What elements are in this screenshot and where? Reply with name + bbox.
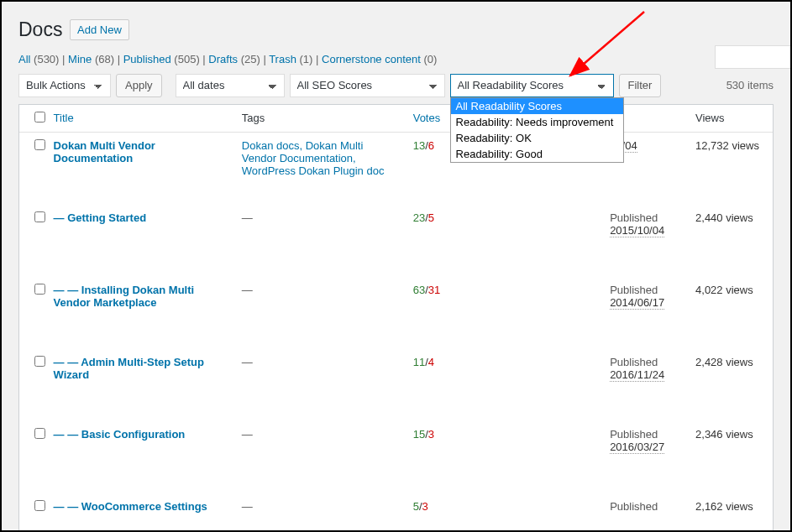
votes-negative: 4 [428, 356, 434, 368]
readability-option-all[interactable]: All Readability Scores [451, 98, 623, 114]
row-checkbox[interactable] [34, 211, 45, 222]
row-checkbox[interactable] [34, 428, 45, 439]
row-title-link[interactable]: Dokan Multi Vendor Documentation [54, 139, 155, 164]
items-count: 530 items [726, 79, 774, 91]
row-status: Published [610, 356, 679, 368]
filter-link-cornerstone[interactable]: Cornerstone content [322, 53, 421, 65]
filter-link-all[interactable]: All [18, 53, 30, 65]
bulk-actions-select[interactable]: Bulk Actions [18, 74, 111, 97]
column-votes[interactable]: Votes [413, 112, 441, 124]
row-tags: Dokan docs, Dokan Multi Vendor Documenta… [242, 139, 385, 177]
filter-link-drafts[interactable]: Drafts [208, 53, 238, 65]
no-tags: — [242, 500, 253, 513]
row-title-link[interactable]: — — Installing Dokan Multi Vendor Market… [54, 284, 195, 309]
table-row: — — Admin Multi-Step Setup Wizard—11/4Pu… [19, 349, 773, 421]
votes-negative: 31 [428, 284, 440, 296]
tag-link[interactable]: Dokan docs, Dokan Multi Vendor Documenta… [242, 139, 385, 177]
filter-link-mine[interactable]: Mine [68, 53, 92, 65]
table-row: — Getting Started—23/5Published2015/10/0… [19, 205, 773, 277]
votes-positive: 15 [413, 428, 425, 441]
count-published: (505) [174, 53, 199, 65]
row-title-link[interactable]: — — WooCommerce Settings [54, 500, 207, 513]
count-cornerstone: (0) [423, 53, 437, 65]
readability-option-needs-improvement[interactable]: Readability: Needs improvement [451, 114, 623, 130]
row-status: Published [610, 428, 679, 441]
row-title-link[interactable]: — — Admin Multi-Step Setup Wizard [54, 356, 204, 381]
apply-button[interactable]: Apply [116, 74, 162, 97]
table-row: Dokan Multi Vendor DocumentationDokan do… [19, 133, 773, 205]
no-tags: — [242, 428, 253, 441]
votes-positive: 63 [413, 284, 425, 296]
page-title: Docs [18, 10, 62, 46]
search-box [715, 45, 792, 69]
search-input[interactable] [715, 45, 792, 69]
row-checkbox[interactable] [34, 139, 45, 150]
date-filter-select[interactable]: All dates [176, 74, 285, 97]
filter-link-trash[interactable]: Trash [269, 53, 296, 65]
row-views: 2,162 views [687, 493, 773, 532]
select-all-checkbox[interactable] [34, 112, 45, 123]
row-checkbox[interactable] [34, 284, 45, 295]
votes-negative: 3 [422, 500, 428, 513]
no-tags: — [242, 211, 253, 224]
row-views: 2,346 views [687, 421, 773, 493]
count-drafts: (25) [241, 53, 260, 65]
row-views: 2,428 views [687, 349, 773, 421]
column-title[interactable]: Title [54, 112, 74, 124]
table-row: — — WooCommerce Settings—5/3Published2,1… [19, 493, 773, 532]
readability-dropdown-open: All Readability Scores Readability: Need… [450, 97, 624, 163]
row-title-link[interactable]: — — Basic Configuration [54, 428, 186, 441]
column-tags: Tags [233, 105, 405, 133]
add-new-button[interactable]: Add New [70, 19, 129, 40]
readability-option-ok[interactable]: Readability: OK [451, 130, 623, 146]
table-row: — — Basic Configuration—15/3Published201… [19, 421, 773, 493]
docs-table: Title Tags Votes Views Dokan Multi Vendo… [18, 104, 774, 532]
votes-positive: 13 [413, 139, 425, 152]
row-status: Published [610, 211, 679, 224]
row-status: Published [610, 284, 679, 296]
row-date: 2016/11/24 [610, 368, 664, 382]
status-filter-links: All (530) | Mine (68) | Published (505) … [18, 53, 774, 65]
row-views: 4,022 views [687, 277, 773, 349]
no-tags: — [242, 284, 253, 296]
count-trash: (1) [300, 53, 313, 65]
seo-score-select[interactable]: All SEO Scores [290, 74, 445, 97]
votes-negative: 5 [428, 211, 434, 224]
votes-positive: 11 [413, 356, 425, 368]
count-mine: (68) [95, 53, 114, 65]
readability-option-good[interactable]: Readability: Good [451, 146, 623, 162]
row-views: 2,440 views [687, 205, 773, 277]
row-checkbox[interactable] [34, 356, 45, 367]
table-row: — — Installing Dokan Multi Vendor Market… [19, 277, 773, 349]
votes-positive: 5 [413, 500, 419, 513]
votes-negative: 3 [428, 428, 434, 441]
readability-score-select[interactable]: All Readability Scores [450, 74, 614, 97]
no-tags: — [242, 356, 253, 368]
column-views: Views [687, 105, 773, 133]
votes-positive: 23 [413, 211, 425, 224]
row-checkbox[interactable] [34, 500, 45, 511]
votes-negative: 6 [428, 139, 434, 152]
tablenav-top: Bulk Actions Apply All dates All SEO Sco… [18, 74, 774, 97]
row-date: 2015/10/04 [610, 224, 664, 237]
row-title-link[interactable]: — Getting Started [54, 211, 147, 224]
filter-link-published[interactable]: Published [123, 53, 171, 65]
row-date: 2014/06/17 [610, 296, 664, 310]
row-date: 2016/03/27 [610, 441, 664, 454]
filter-button[interactable]: Filter [619, 74, 662, 97]
count-all: (530) [34, 53, 59, 65]
row-views: 12,732 views [687, 133, 773, 205]
row-status: Published [610, 500, 679, 513]
